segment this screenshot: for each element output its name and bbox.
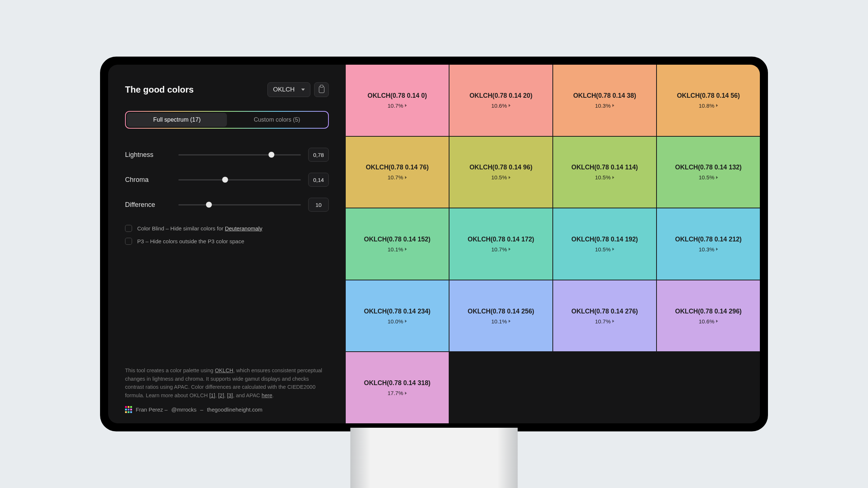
chroma-label: Chroma <box>125 176 171 184</box>
colorblind-checkbox[interactable]: Color Blind – Hide similar colors for De… <box>125 225 329 232</box>
swatch-code: OKLCH(0.78 0.14 192) <box>572 236 638 243</box>
checkbox-group: Color Blind – Hide similar colors for De… <box>125 225 329 245</box>
author-name: Fran Perez – <box>136 406 168 413</box>
swatch-contrast: 10.7% <box>491 246 511 252</box>
color-swatch[interactable]: OKLCH(0.78 0.14 276)10.7% <box>553 280 656 352</box>
swatch-code: OKLCH(0.78 0.14 276) <box>572 308 638 315</box>
clipboard-icon <box>319 86 324 93</box>
chevron-right-icon <box>405 104 407 107</box>
swatch-code: OKLCH(0.78 0.14 56) <box>677 92 740 100</box>
swatch-code: OKLCH(0.78 0.14 256) <box>468 308 534 315</box>
app-title: The good colors <box>125 85 194 95</box>
swatch-code: OKLCH(0.78 0.14 318) <box>364 379 431 387</box>
swatch-contrast: 10.7% <box>388 103 407 109</box>
chevron-right-icon <box>716 248 718 251</box>
chevron-right-icon <box>405 176 407 179</box>
color-swatch[interactable]: OKLCH(0.78 0.14 318)17.7% <box>346 352 449 423</box>
color-swatch[interactable]: OKLCH(0.78 0.14 152)10.1% <box>346 208 449 280</box>
color-swatch[interactable]: OKLCH(0.78 0.14 256)10.1% <box>449 280 552 352</box>
swatch-contrast: 10.1% <box>491 318 511 324</box>
color-swatch[interactable]: OKLCH(0.78 0.14 132)10.5% <box>657 137 760 208</box>
chevron-right-icon <box>612 320 614 323</box>
color-swatch[interactable]: OKLCH(0.78 0.14 192)10.5% <box>553 208 656 280</box>
swatch-contrast: 10.6% <box>699 318 718 324</box>
grid-icon <box>125 406 132 413</box>
checkbox-icon <box>125 225 132 232</box>
chevron-right-icon <box>612 248 614 251</box>
swatch-contrast: 10.3% <box>699 246 718 252</box>
colorblind-label: Color Blind – Hide similar colors for De… <box>137 225 262 232</box>
chevron-right-icon <box>405 320 407 323</box>
empty-swatch <box>449 352 552 423</box>
lightness-label: Lightness <box>125 151 171 159</box>
control-chroma: Chroma 0,14 <box>125 173 329 187</box>
chevron-right-icon <box>405 248 407 251</box>
chevron-right-icon <box>716 320 718 323</box>
header-controls: OKLCH <box>267 82 329 97</box>
chroma-value[interactable]: 0,14 <box>308 173 329 187</box>
tab-bar: Full spectrum (17) Custom colors (5) <box>125 111 329 129</box>
color-swatch[interactable]: OKLCH(0.78 0.14 38)10.3% <box>553 65 656 136</box>
difference-slider[interactable] <box>178 201 301 208</box>
credits: Fran Perez – @mrrocks – thegoodlineheigh… <box>125 406 329 413</box>
format-select-value: OKLCH <box>273 86 295 93</box>
color-swatch[interactable]: OKLCH(0.78 0.14 96)10.5% <box>449 137 552 208</box>
oklch-link[interactable]: OKLCH <box>215 367 233 373</box>
swatch-contrast: 10.5% <box>595 174 615 180</box>
swatch-code: OKLCH(0.78 0.14 132) <box>675 164 742 171</box>
chevron-down-icon <box>301 89 305 91</box>
tab-custom-colors[interactable]: Custom colors (5) <box>227 113 327 127</box>
p3-checkbox[interactable]: P3 – Hide colors outside the P3 color sp… <box>125 238 329 245</box>
sidebar-header: The good colors OKLCH <box>125 82 329 97</box>
swatch-contrast: 10.7% <box>595 318 615 324</box>
empty-swatch <box>553 352 656 423</box>
color-swatch[interactable]: OKLCH(0.78 0.14 20)10.6% <box>449 65 552 136</box>
ref-link-3[interactable]: [3] <box>227 392 233 398</box>
swatch-contrast: 10.5% <box>699 174 718 180</box>
swatch-code: OKLCH(0.78 0.14 234) <box>364 308 431 315</box>
tab-full-spectrum[interactable]: Full spectrum (17) <box>127 113 227 127</box>
swatch-code: OKLCH(0.78 0.14 212) <box>675 236 742 243</box>
chevron-right-icon <box>716 176 718 179</box>
color-swatch[interactable]: OKLCH(0.78 0.14 76)10.7% <box>346 137 449 208</box>
copy-button[interactable] <box>314 82 329 97</box>
swatch-code: OKLCH(0.78 0.14 96) <box>469 164 532 171</box>
apac-link[interactable]: here <box>262 392 272 398</box>
monitor-stand <box>351 428 518 488</box>
monitor-frame: The good colors OKLCH Full spectrum (17)… <box>100 57 768 431</box>
deuteranomaly-link[interactable]: Deuteranomaly <box>225 225 262 232</box>
color-swatch[interactable]: OKLCH(0.78 0.14 234)10.0% <box>346 280 449 352</box>
swatch-contrast: 10.6% <box>491 103 511 109</box>
swatch-contrast: 10.5% <box>595 246 615 252</box>
empty-swatch <box>657 352 760 423</box>
author-site[interactable]: thegoodlineheight.com <box>207 406 263 413</box>
difference-value[interactable]: 10 <box>308 198 329 212</box>
chroma-slider[interactable] <box>178 176 301 183</box>
color-swatch[interactable]: OKLCH(0.78 0.14 0)10.7% <box>346 65 449 136</box>
format-select[interactable]: OKLCH <box>267 82 310 97</box>
lightness-value[interactable]: 0,78 <box>308 148 329 162</box>
swatch-code: OKLCH(0.78 0.14 172) <box>468 236 534 243</box>
color-swatch[interactable]: OKLCH(0.78 0.14 296)10.6% <box>657 280 760 352</box>
swatch-code: OKLCH(0.78 0.14 296) <box>675 308 742 315</box>
ref-link-2[interactable]: [2] <box>218 392 224 398</box>
sidebar: The good colors OKLCH Full spectrum (17)… <box>108 65 346 423</box>
difference-label: Difference <box>125 201 171 209</box>
swatch-code: OKLCH(0.78 0.14 38) <box>573 92 636 100</box>
color-swatch[interactable]: OKLCH(0.78 0.14 56)10.8% <box>657 65 760 136</box>
author-handle[interactable]: @mrrocks <box>171 406 197 413</box>
color-swatch[interactable]: OKLCH(0.78 0.14 212)10.3% <box>657 208 760 280</box>
checkbox-icon <box>125 238 132 245</box>
control-lightness: Lightness 0,78 <box>125 148 329 162</box>
ref-link-1[interactable]: [1] <box>209 392 215 398</box>
swatch-contrast: 10.8% <box>699 103 718 109</box>
slider-controls: Lightness 0,78 Chroma 0,14 Difference <box>125 148 329 212</box>
app-screen: The good colors OKLCH Full spectrum (17)… <box>108 65 760 423</box>
swatch-code: OKLCH(0.78 0.14 76) <box>366 164 428 171</box>
lightness-slider[interactable] <box>178 151 301 158</box>
color-swatch[interactable]: OKLCH(0.78 0.14 114)10.5% <box>553 137 656 208</box>
chevron-right-icon <box>509 176 511 179</box>
chevron-right-icon <box>405 392 407 395</box>
p3-label: P3 – Hide colors outside the P3 color sp… <box>137 238 244 244</box>
color-swatch[interactable]: OKLCH(0.78 0.14 172)10.7% <box>449 208 552 280</box>
